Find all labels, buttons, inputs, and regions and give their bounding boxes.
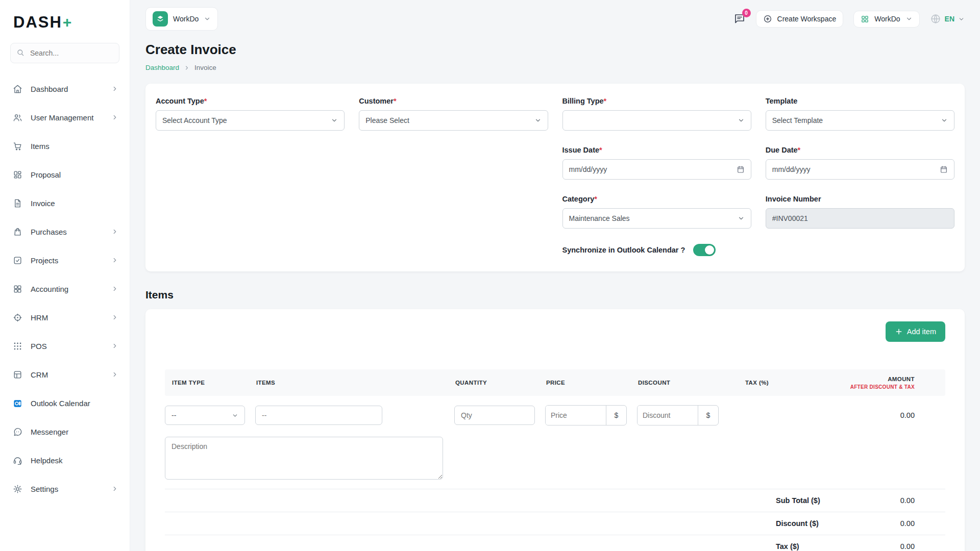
customer-select[interactable]: Please Select — [359, 110, 548, 131]
issue-date-input[interactable]: mm/dd/yyyy — [562, 159, 751, 180]
item-name-input[interactable] — [255, 406, 382, 425]
breadcrumb-current: Invoice — [194, 64, 216, 71]
breadcrumb-separator-icon — [184, 65, 190, 71]
field-account-type: Account Type* Select Account Type — [156, 97, 345, 131]
sidebar-item-label: Dashboard — [31, 85, 111, 93]
field-sync-outlook: Synchronize in Outlook Calendar ? — [562, 244, 955, 256]
sidebar-item-pos[interactable]: POS — [0, 332, 130, 360]
sidebar-item-dashboard[interactable]: Dashboard — [0, 74, 130, 103]
field-template: Template Select Template — [766, 97, 954, 131]
col-header-amount: AMOUNT AFTER DISCOUNT & TAX — [795, 376, 945, 390]
sidebar-item-invoice[interactable]: Invoice — [0, 189, 130, 217]
row-amount-value: 0.00 — [795, 411, 945, 419]
col-subheader-amount: AFTER DISCOUNT & TAX — [796, 384, 915, 390]
chevron-right-icon — [111, 342, 118, 349]
item-type-select[interactable]: -- — [165, 406, 245, 425]
target-icon — [12, 312, 22, 322]
field-billing-type: Billing Type* — [562, 97, 751, 131]
sync-outlook-toggle[interactable] — [693, 244, 716, 256]
sidebar-item-label: Purchases — [31, 228, 111, 236]
category-select[interactable]: Maintenance Sales — [562, 208, 751, 229]
items-card: Add item ITEM TYPE ITEMS QUANTITY PRICE … — [145, 309, 965, 551]
plus-icon — [895, 328, 903, 336]
field-label: Due Date* — [766, 146, 954, 154]
logo-plus: + — [63, 14, 72, 31]
workspace-switcher[interactable]: WorkDo — [145, 7, 218, 31]
chevron-down-icon — [958, 16, 965, 22]
account-type-select[interactable]: Select Account Type — [156, 110, 345, 131]
sidebar-item-user-management[interactable]: User Management — [0, 103, 130, 132]
quantity-input[interactable] — [454, 406, 535, 425]
col-header-discount: DISCOUNT — [637, 380, 718, 386]
sidebar-nav: Dashboard User Management Items Proposal… — [0, 73, 130, 551]
app-logo: DASH+ — [0, 10, 130, 43]
chevron-right-icon — [111, 485, 118, 492]
col-header-item-type: ITEM TYPE — [165, 380, 245, 386]
sidebar-item-settings[interactable]: Settings — [0, 474, 130, 503]
globe-icon — [930, 13, 941, 24]
create-workspace-button[interactable]: Create Workspace — [756, 10, 844, 28]
select-value: -- — [172, 411, 176, 419]
kanban-icon — [12, 169, 22, 180]
sidebar: DASH+ Dashboard User Management Items — [0, 0, 130, 551]
required-marker: * — [798, 146, 801, 154]
sidebar-item-label: Proposal — [31, 170, 118, 179]
language-selector[interactable]: EN — [930, 13, 965, 24]
headset-icon — [12, 455, 22, 465]
sidebar-item-label: POS — [31, 342, 111, 350]
price-currency-suffix: $ — [606, 406, 626, 425]
invoice-number-input[interactable] — [766, 208, 954, 229]
sidebar-item-label: Helpdesk — [31, 456, 118, 465]
search-icon — [16, 48, 24, 59]
billing-type-select[interactable] — [562, 110, 751, 131]
breadcrumb-dashboard-link[interactable]: Dashboard — [145, 64, 179, 71]
sidebar-item-accounting[interactable]: Accounting — [0, 274, 130, 303]
sidebar-item-helpdesk[interactable]: Helpdesk — [0, 446, 130, 474]
field-label: Category* — [562, 195, 751, 203]
shopping-bag-icon — [12, 227, 22, 237]
sidebar-item-messenger[interactable]: Messenger — [0, 417, 130, 446]
search-input[interactable] — [10, 43, 119, 63]
discount-input[interactable] — [638, 406, 698, 425]
sidebar-item-hrm[interactable]: HRM — [0, 303, 130, 332]
required-marker: * — [599, 146, 602, 154]
sidebar-item-label: Accounting — [31, 285, 111, 293]
plus-circle-icon — [763, 14, 772, 23]
item-row: -- $ $ 0.00 — [165, 405, 945, 425]
sidebar-item-items[interactable]: Items — [0, 132, 130, 160]
chevron-right-icon — [111, 114, 118, 121]
price-input[interactable] — [546, 406, 606, 425]
invoice-form-card: Account Type* Select Account Type Custom… — [145, 84, 965, 271]
description-row — [165, 437, 945, 482]
outlook-calendar-icon — [12, 398, 22, 408]
sidebar-item-outlook-calendar[interactable]: Outlook Calendar — [0, 389, 130, 417]
grid-icon — [12, 284, 22, 294]
discount-total-row: Discount ($) 0.00 — [165, 512, 945, 535]
chevron-right-icon — [111, 228, 118, 235]
add-item-button[interactable]: Add item — [886, 321, 945, 342]
field-label: Invoice Number — [766, 195, 954, 203]
chevron-down-icon — [941, 117, 948, 124]
description-textarea[interactable] — [165, 437, 443, 480]
date-value: mm/dd/yyyy — [569, 165, 607, 173]
tax-total-label: Tax ($) — [776, 542, 868, 550]
required-marker: * — [604, 97, 607, 105]
sidebar-item-projects[interactable]: Projects — [0, 246, 130, 274]
sidebar-item-label: Items — [31, 142, 118, 151]
chevron-down-icon — [331, 117, 338, 124]
sidebar-item-purchases[interactable]: Purchases — [0, 217, 130, 246]
workspace-menu-button[interactable]: WorkDo — [853, 11, 919, 28]
subtotal-value: 0.00 — [868, 496, 915, 505]
chevron-down-icon — [534, 117, 542, 124]
col-header-price: PRICE — [545, 380, 627, 386]
discount-total-label: Discount ($) — [776, 519, 868, 528]
sidebar-item-crm[interactable]: CRM — [0, 360, 130, 389]
template-select[interactable]: Select Template — [766, 110, 954, 131]
sidebar-item-proposal[interactable]: Proposal — [0, 160, 130, 189]
breadcrumb: Dashboard Invoice — [145, 64, 965, 71]
sync-outlook-label: Synchronize in Outlook Calendar ? — [562, 246, 685, 254]
sidebar-item-label: Invoice — [31, 199, 118, 208]
due-date-input[interactable]: mm/dd/yyyy — [766, 159, 954, 180]
field-label: Customer* — [359, 97, 548, 105]
messages-button[interactable]: 0 — [733, 13, 746, 25]
